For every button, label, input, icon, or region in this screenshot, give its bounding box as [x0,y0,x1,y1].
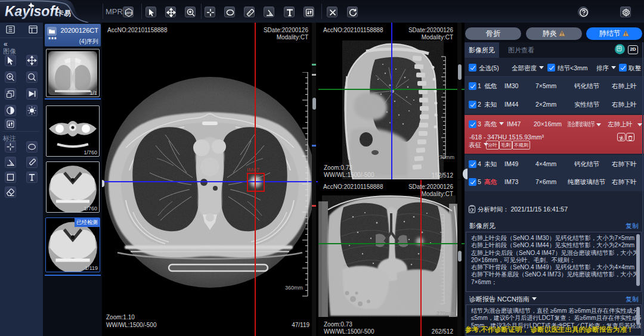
svg-text:卡易: 卡易 [57,9,71,17]
svg-text:MPR: MPR [125,11,133,15]
